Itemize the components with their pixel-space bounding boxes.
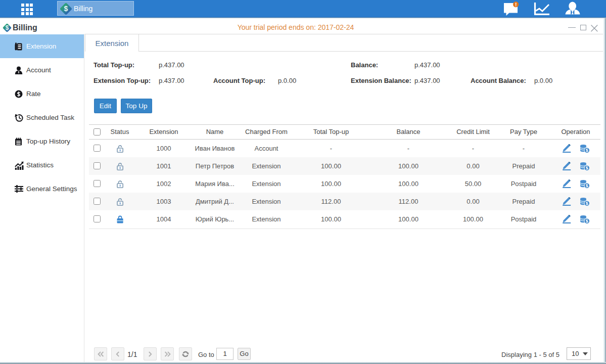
svg-text:$: $ (64, 5, 68, 13)
svg-text:$: $ (6, 24, 9, 31)
